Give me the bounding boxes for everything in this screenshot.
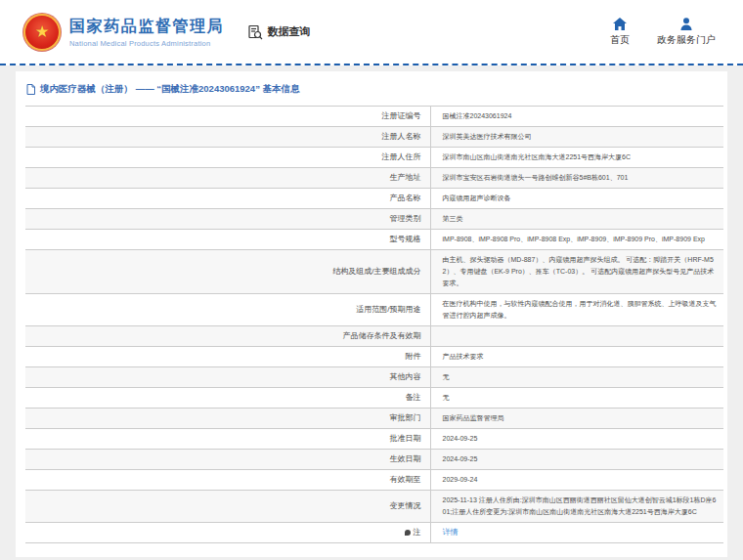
row-label: 适用范围/预期用途 bbox=[25, 294, 430, 326]
row-value bbox=[430, 326, 723, 347]
table-row: 备注无 bbox=[25, 388, 723, 409]
row-value: 深圳英美达医疗技术有限公司 bbox=[430, 127, 723, 148]
row-label: 型号规格 bbox=[25, 230, 430, 250]
row-value: iMP-8908、iMP-8908 Pro、iMP-8908 Exp、iMP-8… bbox=[430, 230, 723, 250]
national-emblem-icon: ★ bbox=[23, 14, 61, 51]
table-row: 注册人名称深圳英美达医疗技术有限公司 bbox=[25, 127, 723, 148]
breadcrumb: 境内医疗器械（注册） —— “国械注准20243061924” 基本信息 bbox=[16, 71, 727, 105]
nav-home[interactable]: 首页 bbox=[610, 18, 630, 47]
document-search-icon bbox=[247, 24, 263, 40]
row-label: 产品储存条件及有效期 bbox=[25, 326, 430, 347]
row-label: 管理类别 bbox=[25, 209, 430, 230]
data-query-label: 数据查询 bbox=[267, 24, 310, 39]
row-label: 注 bbox=[25, 523, 430, 543]
table-row: 生效日期2024-09-25 bbox=[25, 450, 723, 470]
row-label: 生产地址 bbox=[25, 168, 430, 189]
table-row: 产品储存条件及有效期 bbox=[25, 326, 723, 347]
detail-link[interactable]: 详情 bbox=[443, 528, 459, 537]
table-row: 批准日期2024-09-25 bbox=[25, 429, 723, 450]
row-label: 产品名称 bbox=[25, 189, 430, 209]
row-label: 生效日期 bbox=[25, 450, 430, 470]
row-value: 产品技术要求 bbox=[430, 347, 723, 367]
star-icon: ★ bbox=[34, 23, 49, 40]
table-row: 管理类别第三类 bbox=[25, 209, 723, 230]
table-row: 其他内容无 bbox=[25, 367, 723, 388]
file-icon bbox=[26, 84, 35, 95]
table-row: 注册证编号国械注准20243061924 bbox=[25, 107, 723, 127]
row-value: 详情 bbox=[430, 523, 723, 543]
row-value: 内窥镜用超声诊断设备 bbox=[430, 189, 723, 209]
row-label: 批准日期 bbox=[25, 429, 430, 450]
table-row: 型号规格iMP-8908、iMP-8908 Pro、iMP-8908 Exp、i… bbox=[25, 230, 723, 250]
row-label: 有效期至 bbox=[25, 470, 430, 491]
home-icon bbox=[613, 18, 627, 30]
row-label: 其他内容 bbox=[25, 367, 430, 388]
user-icon bbox=[679, 18, 693, 30]
row-value: 国家药品监督管理局 bbox=[430, 409, 723, 429]
data-query-button[interactable]: 数据查询 bbox=[247, 24, 310, 40]
nav-portal[interactable]: 政务服务门户 bbox=[657, 18, 716, 47]
row-value: 2025-11-13 注册人住所由:深圳市南山区西丽街道西丽社区留仙大道创智云城… bbox=[430, 491, 723, 523]
agency-logo[interactable]: ★ 国家药品监督管理局 National Medical Products Ad… bbox=[23, 14, 224, 51]
row-label: 附件 bbox=[25, 347, 430, 367]
table-row: 产品名称内窥镜用超声诊断设备 bbox=[25, 189, 723, 209]
agency-titles: 国家药品监督管理局 National Medical Products Admi… bbox=[69, 17, 224, 48]
row-value: 深圳市南山区南山街道南光社区南海大道2251号西海岸大厦6C bbox=[430, 148, 723, 168]
row-value: 2029-09-24 bbox=[430, 470, 723, 491]
nav-home-label: 首页 bbox=[610, 33, 630, 47]
content-panel: 境内医疗器械（注册） —— “国械注准20243061924” 基本信息 注册证… bbox=[16, 71, 727, 557]
row-label: 注册人名称 bbox=[25, 127, 430, 148]
registration-info-table: 注册证编号国械注准20243061924注册人名称深圳英美达医疗技术有限公司注册… bbox=[25, 106, 723, 543]
row-label: 注册证编号 bbox=[25, 107, 430, 127]
row-value: 第三类 bbox=[430, 209, 723, 230]
agency-name-en: National Medical Products Administration bbox=[69, 39, 224, 48]
table-row: 注详情 bbox=[25, 523, 723, 543]
breadcrumb-text: 境内医疗器械（注册） —— “国械注准20243061924” 基本信息 bbox=[40, 83, 300, 96]
row-value: 2024-09-25 bbox=[430, 429, 723, 450]
row-label: 审批部门 bbox=[25, 409, 430, 429]
row-value: 在医疗机构中使用，与软性内窥镜配合使用，用于对消化道、胰胆管系统、上呼吸道及支气… bbox=[430, 294, 723, 326]
table-row: 注册人住所深圳市南山区南山街道南光社区南海大道2251号西海岸大厦6C bbox=[25, 148, 723, 168]
row-label: 结构及组成/主要组成成分 bbox=[25, 250, 430, 294]
row-value: 无 bbox=[430, 388, 723, 409]
info-table-body: 注册证编号国械注准20243061924注册人名称深圳英美达医疗技术有限公司注册… bbox=[25, 107, 723, 543]
table-row: 生产地址深圳市宝安区石岩街道塘头一号路创维创新谷5#B栋601、701 bbox=[25, 168, 723, 189]
table-row: 审批部门国家药品监督管理局 bbox=[25, 409, 723, 429]
table-row: 有效期至2029-09-24 bbox=[25, 470, 723, 491]
row-label: 备注 bbox=[25, 388, 430, 409]
row-value: 国械注准20243061924 bbox=[430, 107, 723, 127]
row-value: 2024-09-25 bbox=[430, 450, 723, 470]
note-icon bbox=[405, 530, 411, 536]
nav-portal-label: 政务服务门户 bbox=[657, 33, 716, 47]
row-label: 注册人住所 bbox=[25, 148, 430, 168]
row-value: 无 bbox=[430, 367, 723, 388]
row-value: 由主机、探头驱动器（MD-887）、内窥镜用超声探头组成。 可选配：脚踏开关（H… bbox=[430, 250, 723, 294]
table-row: 变更情况2025-11-13 注册人住所由:深圳市南山区西丽街道西丽社区留仙大道… bbox=[25, 491, 723, 523]
agency-name-zh: 国家药品监督管理局 bbox=[69, 17, 224, 37]
site-header: ★ 国家药品监督管理局 National Medical Products Ad… bbox=[0, 0, 743, 65]
table-row: 附件产品技术要求 bbox=[25, 347, 723, 367]
table-row: 适用范围/预期用途在医疗机构中使用，与软性内窥镜配合使用，用于对消化道、胰胆管系… bbox=[25, 294, 723, 326]
table-row: 结构及组成/主要组成成分由主机、探头驱动器（MD-887）、内窥镜用超声探头组成… bbox=[25, 250, 723, 294]
row-label: 变更情况 bbox=[25, 491, 430, 523]
row-value: 深圳市宝安区石岩街道塘头一号路创维创新谷5#B栋601、701 bbox=[430, 168, 723, 189]
header-nav: 首页 政务服务门户 bbox=[610, 18, 723, 47]
